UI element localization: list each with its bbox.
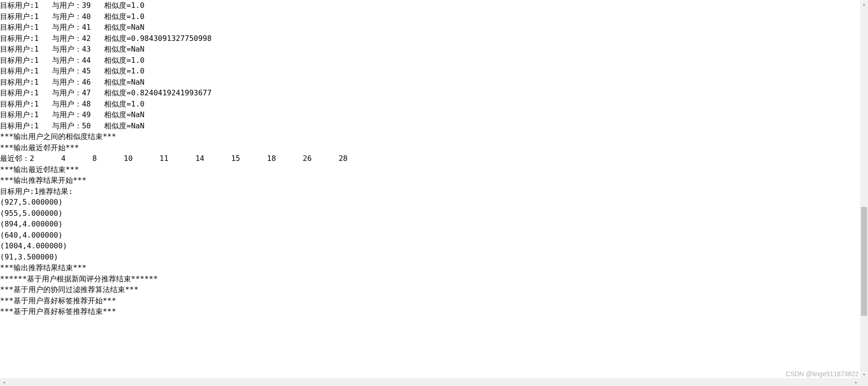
recommendation-item: (927,5.000000) bbox=[0, 197, 860, 208]
section-nn-start: ***输出最近邻开始*** bbox=[0, 142, 860, 153]
recommendation-item: (955,5.000000) bbox=[0, 208, 860, 219]
similarity-row: 目标用户:1 与用户：45 相似度=1.0 bbox=[0, 66, 860, 77]
recommendation-item: (1004,4.000000) bbox=[0, 240, 860, 252]
similarity-row: 目标用户:1 与用户：50 相似度=NaN bbox=[0, 120, 860, 132]
scroll-left-arrow[interactable]: ◂ bbox=[0, 378, 8, 386]
scroll-down-arrow[interactable]: ▾ bbox=[860, 370, 868, 378]
section-nn-end: ***输出最近邻结束*** bbox=[0, 164, 860, 175]
recommendation-item: (91,3.500000) bbox=[0, 252, 860, 263]
similarity-row: 目标用户:1 与用户：39 相似度=1.0 bbox=[0, 0, 860, 11]
similarity-row: 目标用户:1 与用户：46 相似度=NaN bbox=[0, 77, 860, 88]
scrollbar-corner bbox=[860, 378, 868, 386]
similarity-row: 目标用户:1 与用户：48 相似度=1.0 bbox=[0, 99, 860, 110]
recommendation-item: (640,4.000000) bbox=[0, 230, 860, 241]
nearest-neighbors-line: 最近邻：2 4 8 10 11 14 15 18 26 28 bbox=[0, 153, 860, 164]
section-cf-end: ***基于用户的协同过滤推荐算法结束*** bbox=[0, 284, 860, 295]
section-rec-start: ***输出推荐结果开始*** bbox=[0, 175, 860, 186]
similarity-row: 目标用户:1 与用户：47 相似度=0.8240419241993677 bbox=[0, 87, 860, 99]
section-tag-start: ***基于用户喜好标签推荐开始*** bbox=[0, 295, 860, 306]
section-rec-end: ***输出推荐结果结束*** bbox=[0, 262, 860, 273]
section-similarity-end: ***输出用户之间的相似度结束*** bbox=[0, 131, 860, 142]
vertical-scroll-track[interactable] bbox=[860, 8, 868, 370]
scroll-right-arrow[interactable]: ▸ bbox=[852, 378, 860, 386]
similarity-row: 目标用户:1 与用户：43 相似度=NaN bbox=[0, 44, 860, 55]
section-tag-end: ***基于用户喜好标签推荐结束*** bbox=[0, 306, 860, 317]
similarity-row: 目标用户:1 与用户：44 相似度=1.0 bbox=[0, 55, 860, 66]
recommendation-header: 目标用户:1推荐结果: bbox=[0, 186, 860, 197]
console-output: 目标用户:1 与用户：39 相似度=1.0目标用户:1 与用户：40 相似度=1… bbox=[0, 0, 860, 378]
vertical-scroll-thumb[interactable] bbox=[861, 207, 867, 316]
similarity-row: 目标用户:1 与用户：40 相似度=1.0 bbox=[0, 11, 860, 22]
recommendation-item: (894,4.000000) bbox=[0, 219, 860, 230]
similarity-row: 目标用户:1 与用户：42 相似度=0.9843091327750998 bbox=[0, 33, 860, 44]
horizontal-scrollbar[interactable]: ◂ ▸ bbox=[0, 378, 860, 386]
scroll-up-arrow[interactable]: ▴ bbox=[860, 0, 868, 8]
section-news-rating-end: ******基于用户根据新闻评分推荐结束****** bbox=[0, 273, 860, 285]
similarity-row: 目标用户:1 与用户：41 相似度=NaN bbox=[0, 22, 860, 33]
similarity-row: 目标用户:1 与用户：49 相似度=NaN bbox=[0, 109, 860, 120]
vertical-scrollbar[interactable]: ▴ ▾ bbox=[860, 0, 868, 378]
